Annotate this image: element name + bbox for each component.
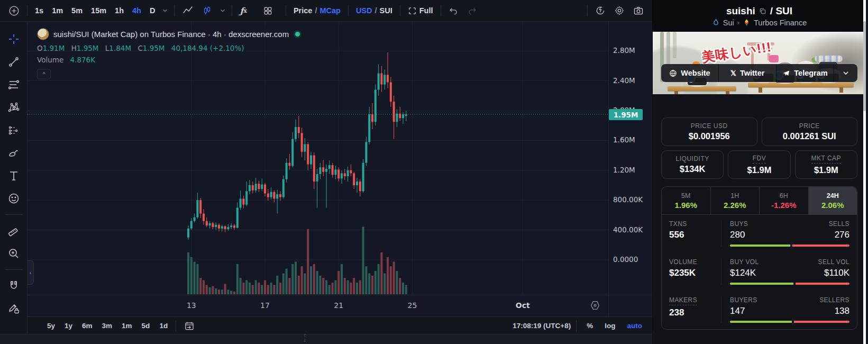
- pane-resize-arrows[interactable]: ↑↓: [304, 333, 306, 342]
- telegram-label: Telegram: [794, 69, 827, 77]
- range-6m-button[interactable]: 6m: [77, 322, 97, 330]
- dex-name[interactable]: Turbos Finance: [754, 19, 807, 27]
- forecast-tool-button[interactable]: [4, 120, 24, 140]
- fdv-box: FDV $1.9M: [728, 150, 790, 179]
- settings-button[interactable]: [610, 3, 629, 18]
- panel-scrollbar[interactable]: [863, 0, 866, 344]
- toolbar-divider: [587, 5, 588, 16]
- fullscreen-icon: [408, 6, 417, 15]
- social-links-row: Website 𝕏 Twitter Telegram: [661, 64, 857, 82]
- grid-layout-icon: [263, 6, 273, 16]
- sidebar-divider: [5, 269, 23, 270]
- brush-tool-button[interactable]: [4, 143, 24, 163]
- price-tag-icon[interactable]: [589, 300, 601, 311]
- legend-collapse-button[interactable]: ^: [37, 69, 51, 79]
- line-chart-type-button[interactable]: [178, 3, 198, 18]
- token-banner-image: 美味しい!!!: [653, 32, 866, 94]
- undo-button[interactable]: [444, 3, 463, 18]
- banner-bamboo: [673, 32, 677, 58]
- scrollbar-thumb[interactable]: [863, 21, 866, 111]
- crosshair-tool-button[interactable]: [4, 29, 24, 49]
- price-axis-label: 1.20M: [613, 166, 635, 174]
- toolbar-divider: [348, 5, 349, 16]
- candle-chart-type-button[interactable]: [198, 3, 217, 18]
- timeframe-1m[interactable]: 1m: [48, 3, 67, 18]
- auto-scale-button[interactable]: auto: [623, 322, 647, 330]
- token-avatar: [37, 28, 49, 40]
- line-chart-icon: [182, 5, 194, 16]
- timeframe-5m[interactable]: 5m: [67, 3, 87, 18]
- clock-display[interactable]: 17:08:19 (UTC+8): [513, 322, 571, 330]
- range-1m-button[interactable]: 1m: [117, 322, 137, 330]
- fullscreen-label: Full: [419, 6, 433, 15]
- timeframe-1s[interactable]: 1s: [31, 3, 48, 18]
- liquidity-box: LIQUIDITY $134K: [661, 150, 724, 179]
- timeframe-menu-button[interactable]: [159, 3, 171, 18]
- range-3m-button[interactable]: 3m: [97, 322, 117, 330]
- plus-circle-icon: [8, 5, 20, 16]
- magnet-tool-button[interactable]: [4, 276, 24, 296]
- sui-chain-icon: [712, 19, 720, 26]
- timeframe-1d[interactable]: D: [145, 3, 159, 18]
- fib-retracement-tool-button[interactable]: [4, 75, 24, 95]
- trend-line-tool-button[interactable]: [4, 52, 24, 72]
- price-usd-box: PRICE USD $0.001956: [661, 117, 757, 146]
- timeframe-4h-active[interactable]: 4h: [128, 3, 145, 18]
- time-axis-label: 25: [407, 301, 417, 310]
- log-scale-button[interactable]: log: [600, 322, 620, 330]
- go-to-date-button[interactable]: [179, 321, 199, 331]
- timeframe-1h[interactable]: 1h: [111, 3, 128, 18]
- turbos-dex-icon: [743, 19, 751, 26]
- perf-tab-24h-active[interactable]: 24H 2.06%: [809, 187, 857, 214]
- timeframe-15m[interactable]: 15m: [87, 3, 111, 18]
- live-status-dot: [295, 32, 300, 37]
- price-boxes-row: PRICE USD $0.001956 PRICE 0.001261 SUI: [661, 117, 857, 146]
- volume-row: Volume 4.876K: [37, 56, 300, 64]
- pattern-tool-button[interactable]: [4, 97, 24, 117]
- redo-icon: [467, 6, 477, 16]
- txns-stat-row: TXNS 556 BUYS SELLS 280 276: [662, 215, 857, 253]
- more-links-button[interactable]: [834, 64, 857, 82]
- range-1y-button[interactable]: 1y: [60, 322, 77, 330]
- chart-footer: 5y 1y 6m 3m 1m 5d 1d 17:08:19 (UTC+8) % …: [28, 316, 652, 334]
- measure-tool-button[interactable]: [4, 221, 24, 241]
- makers-stat-row: MAKERS 238 BUYERS SELLERS 147 138: [662, 291, 857, 329]
- time-axis-label: 21: [334, 301, 343, 310]
- perf-tab-1h[interactable]: 1H 2.26%: [711, 187, 760, 214]
- buys-sells-bar: [730, 245, 849, 247]
- copy-icon[interactable]: [759, 7, 766, 15]
- website-button[interactable]: Website: [661, 64, 719, 82]
- text-tool-button[interactable]: [4, 166, 24, 186]
- perf-tab-6h[interactable]: 6H -1.26%: [760, 187, 809, 214]
- bottom-scroll-strip[interactable]: [0, 334, 652, 344]
- chain-name[interactable]: Sui: [723, 19, 734, 27]
- layout-grid-button[interactable]: [259, 3, 277, 18]
- fullscreen-button[interactable]: Full: [404, 3, 437, 18]
- redo-button[interactable]: [463, 3, 481, 18]
- lock-drawings-button[interactable]: [4, 298, 24, 319]
- chart-type-menu-button[interactable]: [217, 3, 229, 18]
- range-5y-button[interactable]: 5y: [42, 322, 60, 330]
- quick-settings-button[interactable]: [591, 3, 610, 18]
- chart-pane[interactable]: suishi/SUI (Market Cap) on Turbos Financ…: [28, 22, 608, 294]
- mktcap-box: MKT CAP $1.9M: [795, 150, 857, 179]
- price-axis[interactable]: 2.80M2.40M2.00M1.60M1.20M800.00K400.00K0…: [608, 22, 653, 294]
- usd-sui-toggle[interactable]: USD / SUI: [352, 3, 397, 18]
- perf-tab-5m[interactable]: 5M 1.96%: [662, 187, 711, 214]
- twitter-button[interactable]: 𝕏 Twitter: [719, 64, 776, 82]
- usd-toggle-label: USD: [356, 6, 372, 15]
- toolbar-divider: [286, 5, 286, 16]
- footer-divider: [576, 320, 577, 332]
- price-mcap-toggle[interactable]: Price / MCap: [289, 3, 345, 18]
- range-1d-button[interactable]: 1d: [154, 322, 172, 330]
- zoom-in-tool-button[interactable]: [4, 243, 24, 264]
- percent-scale-button[interactable]: %: [582, 322, 598, 330]
- indicators-button[interactable]: ƒx: [235, 3, 251, 18]
- add-symbol-button[interactable]: [4, 3, 24, 18]
- range-5d-button[interactable]: 5d: [137, 322, 155, 330]
- time-axis[interactable]: 13172125Oct: [28, 295, 608, 317]
- toolbar-divider: [174, 5, 175, 16]
- telegram-button[interactable]: Telegram: [776, 64, 834, 82]
- screenshot-button[interactable]: [629, 3, 648, 18]
- emoji-tool-button[interactable]: [4, 188, 24, 209]
